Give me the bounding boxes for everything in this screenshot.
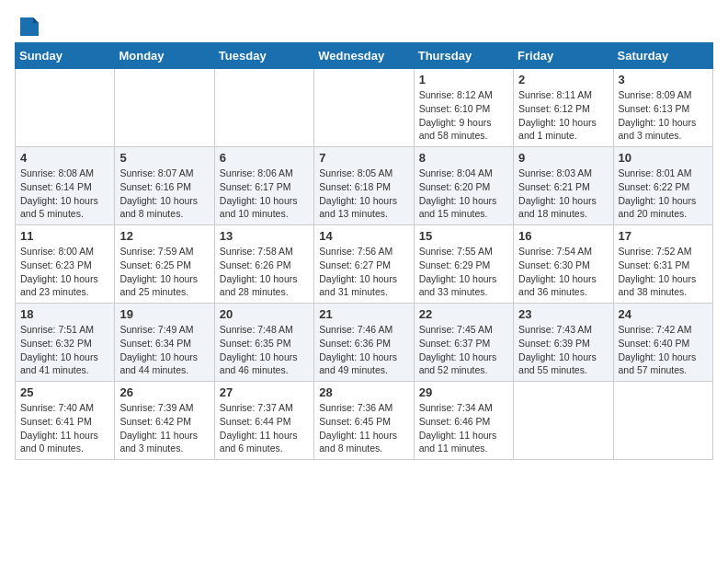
- day-number: 2: [518, 73, 608, 86]
- calendar-cell: 3Sunrise: 8:09 AM Sunset: 6:13 PM Daylig…: [613, 69, 712, 147]
- day-info: Sunrise: 8:07 AM Sunset: 6:16 PM Dayligh…: [119, 167, 209, 221]
- calendar-cell: [214, 69, 313, 147]
- day-info: Sunrise: 8:08 AM Sunset: 6:14 PM Dayligh…: [20, 167, 109, 221]
- calendar-cell: 26Sunrise: 7:39 AM Sunset: 6:42 PM Dayli…: [115, 382, 214, 460]
- day-info: Sunrise: 7:59 AM Sunset: 6:25 PM Dayligh…: [119, 245, 209, 299]
- day-info: Sunrise: 8:04 AM Sunset: 6:20 PM Dayligh…: [419, 167, 508, 221]
- day-info: Sunrise: 7:45 AM Sunset: 6:37 PM Dayligh…: [419, 323, 508, 377]
- calendar-cell: 17Sunrise: 7:52 AM Sunset: 6:31 PM Dayli…: [613, 225, 712, 304]
- calendar-cell: [613, 382, 712, 460]
- day-number: 19: [119, 307, 209, 321]
- week-row-3: 11Sunrise: 8:00 AM Sunset: 6:23 PM Dayli…: [16, 225, 713, 304]
- calendar-cell: 29Sunrise: 7:34 AM Sunset: 6:46 PM Dayli…: [414, 382, 513, 460]
- calendar-cell: 11Sunrise: 8:00 AM Sunset: 6:23 PM Dayli…: [16, 225, 115, 304]
- day-info: Sunrise: 7:39 AM Sunset: 6:42 PM Dayligh…: [119, 401, 209, 455]
- col-header-friday: Friday: [514, 43, 613, 69]
- logo: [15, 15, 39, 35]
- logo-icon: [20, 17, 39, 36]
- calendar-cell: [514, 382, 613, 460]
- day-number: 15: [419, 229, 508, 243]
- day-info: Sunrise: 8:05 AM Sunset: 6:18 PM Dayligh…: [319, 167, 408, 221]
- col-header-thursday: Thursday: [414, 43, 513, 69]
- day-info: Sunrise: 7:37 AM Sunset: 6:44 PM Dayligh…: [220, 401, 309, 455]
- day-number: 16: [518, 229, 608, 243]
- col-header-wednesday: Wednesday: [314, 43, 414, 69]
- col-header-tuesday: Tuesday: [214, 43, 313, 69]
- day-number: 5: [119, 151, 209, 165]
- calendar-cell: 28Sunrise: 7:36 AM Sunset: 6:45 PM Dayli…: [314, 382, 414, 460]
- calendar-cell: 5Sunrise: 8:07 AM Sunset: 6:16 PM Daylig…: [115, 147, 214, 225]
- day-info: Sunrise: 7:43 AM Sunset: 6:39 PM Dayligh…: [518, 323, 608, 377]
- header: [15, 15, 713, 35]
- calendar-cell: 27Sunrise: 7:37 AM Sunset: 6:44 PM Dayli…: [214, 382, 313, 460]
- calendar-cell: 9Sunrise: 8:03 AM Sunset: 6:21 PM Daylig…: [514, 147, 613, 225]
- day-number: 28: [319, 385, 408, 399]
- calendar-cell: 10Sunrise: 8:01 AM Sunset: 6:22 PM Dayli…: [613, 147, 712, 225]
- calendar-cell: 13Sunrise: 7:58 AM Sunset: 6:26 PM Dayli…: [214, 225, 313, 304]
- calendar-cell: [314, 69, 414, 147]
- calendar-cell: 21Sunrise: 7:46 AM Sunset: 6:36 PM Dayli…: [314, 304, 414, 382]
- day-info: Sunrise: 8:00 AM Sunset: 6:23 PM Dayligh…: [20, 245, 109, 299]
- calendar-cell: 19Sunrise: 7:49 AM Sunset: 6:34 PM Dayli…: [115, 304, 214, 382]
- calendar-cell: 7Sunrise: 8:05 AM Sunset: 6:18 PM Daylig…: [314, 147, 414, 225]
- day-number: 6: [220, 151, 309, 165]
- day-number: 9: [518, 151, 608, 165]
- calendar-cell: 12Sunrise: 7:59 AM Sunset: 6:25 PM Dayli…: [115, 225, 214, 304]
- week-row-2: 4Sunrise: 8:08 AM Sunset: 6:14 PM Daylig…: [16, 147, 713, 225]
- day-info: Sunrise: 8:12 AM Sunset: 6:10 PM Dayligh…: [419, 88, 508, 143]
- day-number: 29: [419, 385, 508, 399]
- day-number: 10: [619, 151, 708, 165]
- calendar-cell: 22Sunrise: 7:45 AM Sunset: 6:37 PM Dayli…: [414, 304, 513, 382]
- day-number: 23: [518, 307, 608, 321]
- day-number: 1: [419, 73, 508, 86]
- day-number: 4: [20, 151, 109, 165]
- calendar-cell: 1Sunrise: 8:12 AM Sunset: 6:10 PM Daylig…: [414, 69, 513, 147]
- day-info: Sunrise: 7:36 AM Sunset: 6:45 PM Dayligh…: [319, 401, 408, 455]
- calendar-cell: 23Sunrise: 7:43 AM Sunset: 6:39 PM Dayli…: [514, 304, 613, 382]
- day-info: Sunrise: 7:42 AM Sunset: 6:40 PM Dayligh…: [619, 323, 708, 377]
- day-number: 18: [20, 307, 109, 321]
- day-info: Sunrise: 8:09 AM Sunset: 6:13 PM Dayligh…: [619, 88, 708, 143]
- col-header-monday: Monday: [115, 43, 214, 69]
- day-number: 3: [619, 73, 708, 86]
- calendar-table: SundayMondayTuesdayWednesdayThursdayFrid…: [15, 42, 713, 460]
- day-info: Sunrise: 7:56 AM Sunset: 6:27 PM Dayligh…: [319, 245, 408, 299]
- day-number: 12: [119, 229, 209, 243]
- day-info: Sunrise: 8:01 AM Sunset: 6:22 PM Dayligh…: [619, 167, 708, 221]
- calendar-cell: 15Sunrise: 7:55 AM Sunset: 6:29 PM Dayli…: [414, 225, 513, 304]
- calendar-cell: 24Sunrise: 7:42 AM Sunset: 6:40 PM Dayli…: [613, 304, 712, 382]
- header-row: SundayMondayTuesdayWednesdayThursdayFrid…: [16, 43, 713, 69]
- day-info: Sunrise: 8:03 AM Sunset: 6:21 PM Dayligh…: [518, 167, 608, 221]
- calendar-cell: [115, 69, 214, 147]
- col-header-sunday: Sunday: [16, 43, 115, 69]
- calendar-cell: 18Sunrise: 7:51 AM Sunset: 6:32 PM Dayli…: [16, 304, 115, 382]
- calendar-cell: 2Sunrise: 8:11 AM Sunset: 6:12 PM Daylig…: [514, 69, 613, 147]
- day-info: Sunrise: 7:40 AM Sunset: 6:41 PM Dayligh…: [20, 401, 109, 455]
- day-number: 24: [619, 307, 708, 321]
- calendar-cell: 14Sunrise: 7:56 AM Sunset: 6:27 PM Dayli…: [314, 225, 414, 304]
- day-number: 13: [220, 229, 309, 243]
- day-number: 26: [119, 385, 209, 399]
- calendar-cell: [16, 69, 115, 147]
- day-number: 25: [20, 385, 109, 399]
- day-number: 17: [619, 229, 708, 243]
- calendar-cell: 6Sunrise: 8:06 AM Sunset: 6:17 PM Daylig…: [214, 147, 313, 225]
- day-info: Sunrise: 7:48 AM Sunset: 6:35 PM Dayligh…: [220, 323, 309, 377]
- calendar-cell: 16Sunrise: 7:54 AM Sunset: 6:30 PM Dayli…: [514, 225, 613, 304]
- day-number: 7: [319, 151, 408, 165]
- svg-marker-1: [33, 17, 39, 23]
- col-header-saturday: Saturday: [613, 43, 712, 69]
- day-info: Sunrise: 7:51 AM Sunset: 6:32 PM Dayligh…: [20, 323, 109, 377]
- calendar-cell: 8Sunrise: 8:04 AM Sunset: 6:20 PM Daylig…: [414, 147, 513, 225]
- day-info: Sunrise: 7:54 AM Sunset: 6:30 PM Dayligh…: [518, 245, 608, 299]
- day-number: 20: [220, 307, 309, 321]
- day-info: Sunrise: 7:46 AM Sunset: 6:36 PM Dayligh…: [319, 323, 408, 377]
- day-number: 14: [319, 229, 408, 243]
- day-number: 8: [419, 151, 508, 165]
- calendar-cell: 20Sunrise: 7:48 AM Sunset: 6:35 PM Dayli…: [214, 304, 313, 382]
- day-number: 22: [419, 307, 508, 321]
- day-info: Sunrise: 7:34 AM Sunset: 6:46 PM Dayligh…: [419, 401, 508, 455]
- day-info: Sunrise: 8:06 AM Sunset: 6:17 PM Dayligh…: [220, 167, 309, 221]
- calendar-cell: 25Sunrise: 7:40 AM Sunset: 6:41 PM Dayli…: [16, 382, 115, 460]
- week-row-5: 25Sunrise: 7:40 AM Sunset: 6:41 PM Dayli…: [16, 382, 713, 460]
